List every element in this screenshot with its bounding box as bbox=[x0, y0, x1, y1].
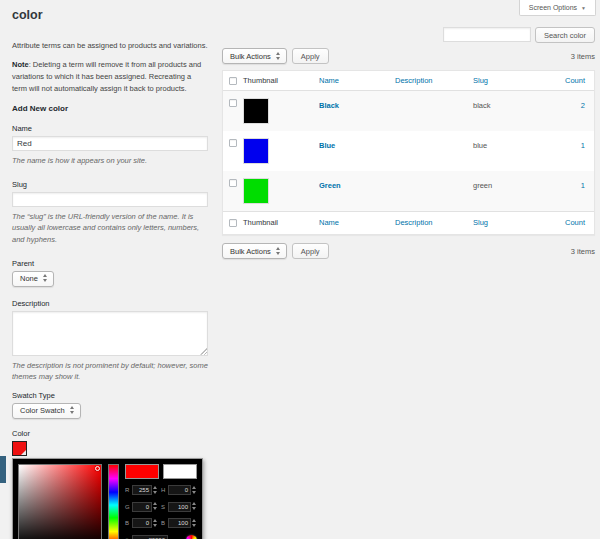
term-name-link[interactable]: Black bbox=[319, 101, 339, 110]
parent-select-value: None bbox=[20, 274, 38, 283]
hex-input[interactable]: ff0000 bbox=[132, 535, 168, 539]
add-term-panel: Attribute terms can be assigned to produ… bbox=[12, 27, 208, 539]
term-name-link[interactable]: Green bbox=[319, 181, 341, 190]
column-header-thumbnail: Thumbnail bbox=[243, 218, 319, 227]
saturation-input[interactable]: 100 bbox=[168, 502, 191, 512]
blue-input[interactable]: 0 bbox=[132, 518, 152, 528]
stepper-arrows-icon[interactable] bbox=[192, 486, 197, 495]
stepper-arrows-icon[interactable] bbox=[153, 519, 158, 528]
description-textarea[interactable] bbox=[12, 311, 208, 356]
column-header-name[interactable]: Name bbox=[319, 76, 395, 85]
bulk-actions-select[interactable]: Bulk Actions bbox=[222, 243, 287, 259]
select-arrows-icon bbox=[70, 406, 75, 415]
term-thumbnail bbox=[243, 138, 269, 164]
hue-input[interactable]: 0 bbox=[168, 485, 191, 495]
swatch-type-label: Swatch Type bbox=[12, 391, 208, 400]
apply-button[interactable]: Apply bbox=[292, 243, 329, 259]
stepper-arrows-icon[interactable] bbox=[192, 502, 197, 511]
stepper-arrows-icon[interactable] bbox=[192, 519, 197, 528]
slug-field: Slug The “slug” is the URL-friendly vers… bbox=[12, 180, 208, 246]
search-input[interactable] bbox=[443, 27, 531, 42]
saturation-field[interactable] bbox=[18, 464, 102, 539]
tablenav-bottom: Bulk Actions Apply 3 items bbox=[222, 243, 595, 259]
add-new-heading: Add New color bbox=[12, 104, 208, 113]
apply-button[interactable]: Apply bbox=[292, 48, 329, 64]
red-input[interactable]: 255 bbox=[132, 485, 152, 495]
color-label: Color bbox=[12, 429, 208, 438]
search-button[interactable]: Search color bbox=[535, 27, 595, 43]
intro-text: Attribute terms can be assigned to produ… bbox=[12, 40, 208, 51]
blue-label: B bbox=[125, 520, 132, 526]
select-all-checkbox[interactable] bbox=[229, 219, 237, 227]
row-checkbox[interactable] bbox=[229, 179, 237, 187]
column-header-description[interactable]: Description bbox=[395, 76, 473, 85]
term-name-link[interactable]: Blue bbox=[319, 141, 335, 150]
hue-slider[interactable] bbox=[108, 464, 119, 539]
saturation-label: S bbox=[161, 504, 168, 510]
green-label: G bbox=[125, 504, 132, 510]
column-header-description[interactable]: Description bbox=[395, 218, 473, 227]
term-count-link[interactable]: 2 bbox=[581, 101, 585, 110]
picker-controls: R 255 H 0 G bbox=[125, 464, 197, 539]
parent-select[interactable]: None bbox=[12, 271, 54, 287]
stepper-arrows-icon[interactable] bbox=[153, 486, 158, 495]
search-box: Search color bbox=[222, 27, 595, 43]
column-header-slug[interactable]: Slug bbox=[473, 76, 565, 85]
table-row: Black black 2 bbox=[223, 91, 594, 131]
name-input[interactable] bbox=[12, 136, 208, 151]
slug-label: Slug bbox=[12, 180, 208, 189]
name-field: Name The name is how it appears on your … bbox=[12, 124, 208, 167]
description-help: The description is not prominent by defa… bbox=[12, 360, 208, 383]
column-header-thumbnail: Thumbnail bbox=[243, 76, 319, 85]
table-footer-header: Thumbnail Name Description Slug Count bbox=[223, 211, 594, 234]
new-color-swatch[interactable] bbox=[125, 464, 159, 479]
admin-page: Screen Options ▼ color Attribute terms c… bbox=[0, 0, 600, 539]
term-slug: green bbox=[473, 178, 565, 190]
term-count-link[interactable]: 1 bbox=[581, 141, 585, 150]
swatch-type-select-value: Color Swatch bbox=[20, 406, 65, 415]
term-description bbox=[395, 138, 473, 141]
row-checkbox[interactable] bbox=[229, 139, 237, 147]
admin-menu-edge-tab[interactable] bbox=[0, 456, 6, 483]
term-count-link[interactable]: 1 bbox=[581, 181, 585, 190]
select-all-checkbox[interactable] bbox=[229, 77, 237, 85]
term-thumbnail bbox=[243, 98, 269, 124]
term-description bbox=[395, 98, 473, 101]
row-checkbox[interactable] bbox=[229, 99, 237, 107]
select-arrows-icon bbox=[276, 52, 281, 61]
column-header-name[interactable]: Name bbox=[319, 218, 395, 227]
color-picker: R 255 H 0 G bbox=[12, 458, 203, 539]
swatch-type-select[interactable]: Color Swatch bbox=[12, 403, 81, 419]
column-header-slug[interactable]: Slug bbox=[473, 218, 565, 227]
blue-input-group: B 0 bbox=[125, 518, 161, 528]
screen-options-button[interactable]: Screen Options ▼ bbox=[519, 0, 596, 16]
term-slug: blue bbox=[473, 138, 565, 150]
color-swatch-button[interactable] bbox=[12, 441, 27, 456]
stepper-arrows-icon[interactable] bbox=[153, 502, 158, 511]
table-row: Green green 1 bbox=[223, 171, 594, 211]
term-thumbnail bbox=[243, 178, 269, 204]
term-description bbox=[395, 178, 473, 181]
hue-gradient[interactable] bbox=[108, 464, 119, 539]
select-arrows-icon bbox=[276, 247, 281, 256]
items-count: 3 items bbox=[571, 247, 595, 256]
green-input-group: G 0 bbox=[125, 502, 161, 512]
color-wheel-icon[interactable] bbox=[186, 535, 197, 539]
hue-label: H bbox=[161, 487, 168, 493]
slug-input[interactable] bbox=[12, 192, 208, 207]
parent-label: Parent bbox=[12, 259, 208, 268]
page-title: color bbox=[12, 0, 595, 27]
brightness-input-group: B 100 bbox=[161, 518, 197, 528]
bulk-actions-select[interactable]: Bulk Actions bbox=[222, 48, 287, 64]
previous-color-swatch[interactable] bbox=[163, 464, 197, 479]
saturation-cursor-icon[interactable] bbox=[95, 466, 100, 471]
brightness-input[interactable]: 100 bbox=[168, 518, 191, 528]
red-label: R bbox=[125, 487, 132, 493]
term-slug: black bbox=[473, 98, 565, 110]
column-header-count[interactable]: Count bbox=[565, 76, 585, 85]
column-header-count[interactable]: Count bbox=[565, 218, 585, 227]
swatch-type-field: Swatch Type Color Swatch bbox=[12, 391, 208, 419]
table-header: Thumbnail Name Description Slug Count bbox=[223, 71, 594, 91]
red-input-group: R 255 bbox=[125, 485, 161, 495]
green-input[interactable]: 0 bbox=[132, 502, 152, 512]
